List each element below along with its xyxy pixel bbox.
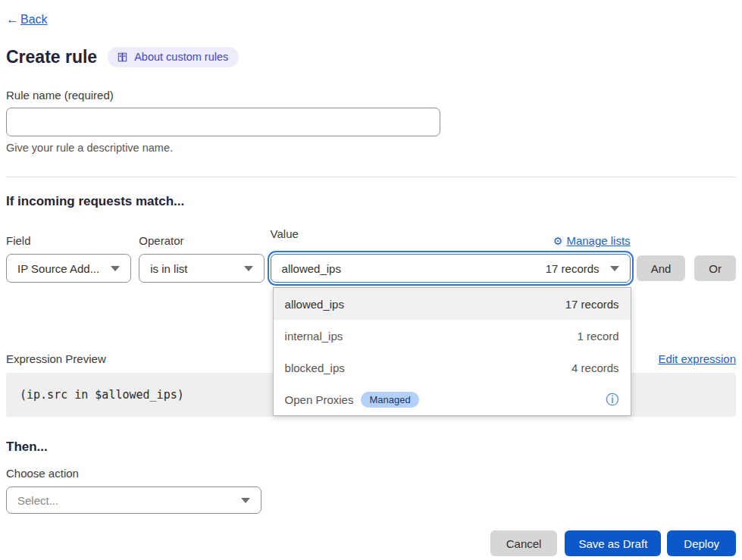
operator-select[interactable]: is in list <box>139 254 264 283</box>
list-record-count: 17 records <box>565 298 619 311</box>
chevron-down-icon <box>610 266 619 271</box>
list-name: internal_ips <box>285 330 343 343</box>
managed-badge: Managed <box>361 392 418 408</box>
choose-action-label: Choose action <box>6 467 736 480</box>
dropdown-item-blocked-ips[interactable]: blocked_ips 4 records <box>274 352 631 383</box>
andor-group: And Or <box>637 255 736 281</box>
or-button[interactable]: Or <box>694 255 736 281</box>
dropdown-item-open-proxies[interactable]: Open Proxies Managed ⓘ <box>274 383 631 415</box>
list-name: Open Proxies <box>285 393 354 406</box>
cancel-button[interactable]: Cancel <box>490 530 558 556</box>
rule-name-label: Rule name (required) <box>6 89 736 102</box>
back-link[interactable]: ←Back <box>6 12 48 27</box>
about-custom-rules-link[interactable]: About custom rules <box>108 47 239 67</box>
value-select-value: allowed_ips <box>282 262 546 275</box>
book-icon <box>117 52 128 63</box>
choose-action-placeholder: Select... <box>17 494 233 507</box>
back-arrow-icon: ← <box>6 12 19 27</box>
and-button[interactable]: And <box>637 255 686 281</box>
page-header: Create rule About custom rules <box>6 47 736 67</box>
choose-action-select[interactable]: Select... <box>6 486 261 514</box>
operator-select-value: is in list <box>150 262 236 275</box>
edit-expression-link[interactable]: Edit expression <box>658 352 736 365</box>
back-link-label: Back <box>20 13 48 27</box>
list-name: blocked_ips <box>285 361 345 374</box>
operator-label: Operator <box>139 234 264 247</box>
rule-name-helper-text: Give your rule a descriptive name. <box>6 142 736 154</box>
dropdown-item-allowed-ips[interactable]: allowed_ips 17 records <box>274 288 631 320</box>
rule-name-input[interactable] <box>6 108 440 136</box>
dropdown-item-internal-ips[interactable]: internal_ips 1 record <box>274 320 631 352</box>
list-record-count: 4 records <box>571 361 619 374</box>
expression-preview-label: Expression Preview <box>6 352 106 365</box>
page-title: Create rule <box>6 47 97 67</box>
field-label: Field <box>6 234 131 247</box>
deploy-button[interactable]: Deploy <box>667 530 736 556</box>
value-dropdown-panel: allowed_ips 17 records internal_ips 1 re… <box>273 287 631 416</box>
value-label: Value <box>271 227 299 240</box>
chevron-down-icon <box>111 266 120 271</box>
chevron-down-icon <box>241 498 250 503</box>
value-select[interactable]: allowed_ips 17 records <box>271 254 631 283</box>
value-select-meta: 17 records <box>546 262 600 275</box>
chevron-down-icon <box>244 266 253 271</box>
condition-row: Field IP Source Add... Operator is in li… <box>6 227 736 283</box>
then-section-title: Then... <box>6 440 736 455</box>
manage-lists-label: Manage lists <box>566 234 630 247</box>
section-divider <box>6 177 736 177</box>
field-select-value: IP Source Add... <box>17 262 103 275</box>
save-as-draft-button[interactable]: Save as Draft <box>565 530 661 556</box>
info-icon[interactable]: ⓘ <box>606 393 619 406</box>
expression-code: (ip.src in $allowed_ips) <box>20 388 184 402</box>
list-record-count: 1 record <box>578 330 619 343</box>
about-custom-rules-label: About custom rules <box>134 51 228 63</box>
manage-lists-link[interactable]: ⚙ Manage lists <box>553 234 631 247</box>
gear-icon: ⚙ <box>553 235 563 247</box>
footer-actions: Cancel Save as Draft Deploy <box>6 530 736 556</box>
match-section-title: If incoming requests match... <box>6 194 736 209</box>
list-name: allowed_ips <box>285 298 344 311</box>
field-select[interactable]: IP Source Add... <box>6 254 131 283</box>
